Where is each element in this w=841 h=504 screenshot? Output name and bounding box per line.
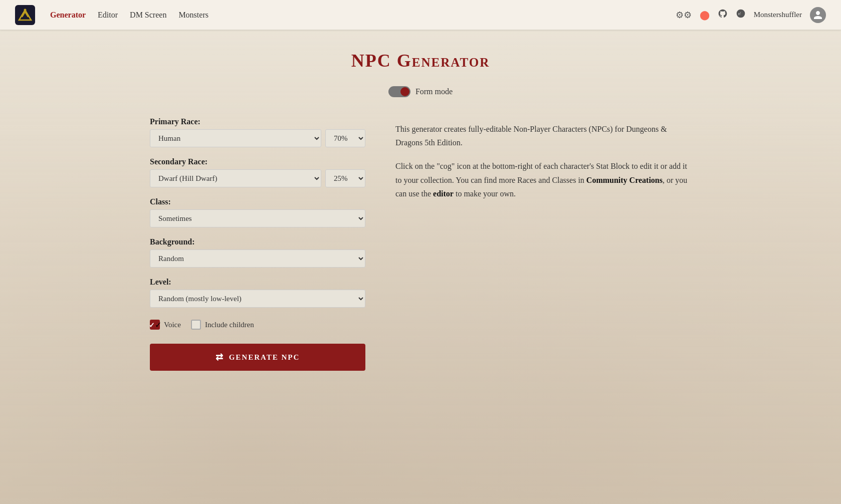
primary-race-label: Primary Race: (150, 117, 365, 126)
include-children-checkbox-item[interactable]: Include children (191, 320, 254, 330)
check-icon: ✓ (149, 320, 161, 330)
class-group: Class: Sometimes Always Never Random (150, 197, 365, 227)
info-paragraph-1: This generator creates fully-editable No… (395, 122, 691, 149)
form-mode-toggle[interactable] (388, 86, 410, 97)
username-label: Monstershuffler (754, 11, 802, 19)
level-group: Level: Random (mostly low-level) Random … (150, 278, 365, 308)
logo[interactable] (15, 5, 35, 25)
form-panel: Primary Race: Human Elf Dwarf Halfling H… (150, 117, 365, 371)
background-label: Background: (150, 237, 365, 246)
community-creations-link[interactable]: Community Creations (586, 176, 663, 184)
voice-checkbox[interactable]: ✓ (150, 320, 160, 330)
secondary-race-pct-select[interactable]: 25% 10% 50% 30% (325, 169, 365, 187)
secondary-race-select[interactable]: Dwarf (Hill Dwarf) Elf Human Halfling (150, 169, 321, 187)
avatar[interactable] (810, 7, 826, 23)
main-content: NPC Generator Form mode Primary Race: Hu… (120, 30, 721, 391)
checkboxes-row: ✓ Voice Include children (150, 320, 365, 330)
info-paragraph-2: Click on the "cog" icon at the bottom-ri… (395, 159, 691, 200)
nav-editor[interactable]: Editor (98, 11, 118, 20)
content-grid: Primary Race: Human Elf Dwarf Halfling H… (150, 117, 691, 371)
svg-point-1 (24, 9, 27, 11)
navbar: Generator Editor DM Screen Monsters ⚙ ⬤ … (0, 0, 841, 30)
generate-npc-button[interactable]: ⇄ GENERATE NPC (150, 344, 365, 371)
nav-dm-screen[interactable]: DM Screen (130, 11, 166, 20)
toggle-knob (400, 87, 409, 96)
svg-rect-0 (15, 5, 35, 25)
svg-text:r/: r/ (738, 12, 741, 16)
voice-checkbox-item[interactable]: ✓ Voice (150, 320, 181, 330)
form-mode-row: Form mode (150, 86, 691, 97)
page-title: NPC Generator (150, 50, 691, 71)
background-select[interactable]: Random Acolyte Criminal Folk Hero Noble … (150, 249, 365, 268)
navbar-right: ⚙ ⬤ r/ Monstershuffler (676, 7, 826, 23)
patreon-icon[interactable]: ⬤ (700, 10, 710, 21)
primary-race-row: Human Elf Dwarf Halfling Half-Orc Gnome … (150, 129, 365, 147)
shuffle-icon: ⇄ (216, 352, 224, 363)
level-label: Level: (150, 278, 365, 287)
github-icon[interactable] (718, 9, 728, 21)
gear-icon[interactable]: ⚙ (676, 10, 692, 21)
editor-link[interactable]: editor (433, 189, 454, 198)
form-mode-label: Form mode (415, 87, 453, 96)
background-group: Background: Random Acolyte Criminal Folk… (150, 237, 365, 268)
class-label: Class: (150, 197, 365, 206)
nav-generator[interactable]: Generator (50, 11, 86, 20)
class-select[interactable]: Sometimes Always Never Random (150, 209, 365, 227)
secondary-race-label: Secondary Race: (150, 157, 365, 166)
reddit-icon[interactable]: r/ (736, 9, 746, 21)
secondary-race-row: Dwarf (Hill Dwarf) Elf Human Halfling 25… (150, 169, 365, 187)
primary-race-group: Primary Race: Human Elf Dwarf Halfling H… (150, 117, 365, 147)
include-children-checkbox[interactable] (191, 320, 201, 330)
secondary-race-group: Secondary Race: Dwarf (Hill Dwarf) Elf H… (150, 157, 365, 187)
include-children-label: Include children (205, 321, 254, 329)
nav-monsters[interactable]: Monsters (178, 11, 208, 20)
generate-btn-label: GENERATE NPC (229, 353, 300, 362)
primary-race-select[interactable]: Human Elf Dwarf Halfling Half-Orc Gnome … (150, 129, 321, 147)
voice-label: Voice (164, 321, 181, 329)
level-select[interactable]: Random (mostly low-level) Random 1 5 10 … (150, 290, 365, 308)
nav-links: Generator Editor DM Screen Monsters (50, 11, 676, 20)
info-panel: This generator creates fully-editable No… (395, 117, 691, 210)
primary-race-pct-select[interactable]: 70% 50% 30% 100% (325, 129, 365, 147)
